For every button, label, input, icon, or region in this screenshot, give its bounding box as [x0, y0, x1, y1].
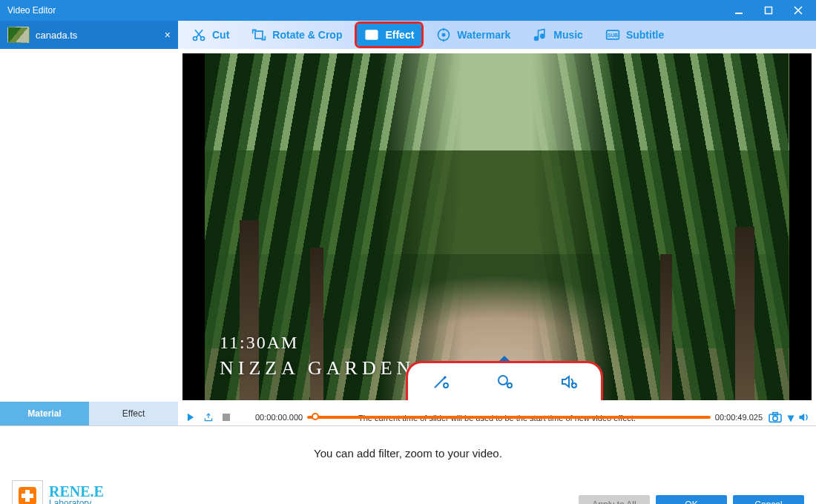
close-button[interactable]: [783, 0, 813, 21]
svg-rect-37: [223, 414, 230, 421]
export-frame-button[interactable]: [202, 411, 215, 424]
video-preview[interactable]: 11:30AM NIZZA GARDEN: [182, 53, 812, 400]
tool-subtitle[interactable]: SUB Subtitle: [598, 24, 671, 46]
file-thumbnail: [7, 27, 30, 43]
brand-logo-icon: [12, 480, 43, 504]
tab-row: canada.ts × Cut Rotate & Crop: [0, 21, 816, 49]
svg-rect-44: [22, 494, 33, 498]
snapshot-button[interactable]: [767, 411, 783, 424]
footer-hint: You can add filter, zoom to your video.: [0, 447, 816, 460]
sidebar-tab-material[interactable]: Material: [0, 402, 89, 425]
svg-marker-35: [188, 414, 194, 422]
sidebar-tabs: Material Effect: [0, 402, 178, 425]
ok-button[interactable]: OK: [656, 495, 727, 504]
main-toolbar: Cut Rotate & Crop Effect Watermark: [178, 21, 816, 49]
ok-label: OK: [685, 500, 697, 504]
sidebar-tab-effect-label: Effect: [122, 408, 145, 419]
svg-line-6: [197, 30, 203, 37]
svg-point-19: [541, 35, 544, 39]
svg-point-12: [369, 33, 370, 35]
apply-to-all-label: Apply to All: [592, 500, 636, 504]
svg-rect-40: [773, 413, 777, 415]
file-tab[interactable]: canada.ts ×: [0, 21, 178, 49]
add-zoom-button[interactable]: [494, 371, 515, 392]
svg-marker-41: [800, 414, 805, 422]
tool-watermark[interactable]: Watermark: [429, 24, 518, 46]
svg-point-15: [442, 33, 446, 37]
tool-rotate-crop-label: Rotate & Crop: [272, 29, 342, 41]
minimize-button[interactable]: [724, 0, 754, 21]
svg-point-39: [773, 416, 777, 420]
volume-button[interactable]: [798, 411, 812, 424]
tool-rotate-crop[interactable]: Rotate & Crop: [244, 24, 349, 46]
sidebar-tab-effect[interactable]: Effect: [89, 402, 178, 425]
svg-marker-31: [562, 377, 569, 387]
video-overlay-time: 11:30AM: [220, 333, 298, 353]
video-overlay-caption: NIZZA GARDEN: [220, 357, 415, 379]
video-frame: 11:30AM NIZZA GARDEN: [205, 53, 789, 400]
scene-trunk: [735, 227, 754, 400]
play-button[interactable]: [184, 411, 197, 424]
preview-column: 11:30AM NIZZA GARDEN: [178, 49, 816, 425]
svg-point-13: [372, 36, 374, 37]
timeline-start-time: 00:00:00.000: [255, 413, 303, 422]
timeline-track[interactable]: [307, 416, 711, 419]
sidebar-blank: [0, 49, 178, 402]
svg-line-22: [435, 379, 444, 388]
svg-rect-8: [255, 31, 263, 39]
scene-trunk: [660, 254, 672, 400]
footer-buttons: Apply to All OK Cancel: [579, 495, 804, 504]
timeline-row: The current time of slider will be used …: [178, 400, 816, 425]
tool-cut-label: Cut: [212, 29, 229, 41]
svg-line-7: [195, 30, 201, 37]
tool-subtitle-label: Subtitle: [626, 29, 664, 41]
tool-music[interactable]: Music: [525, 24, 590, 46]
tool-music-label: Music: [553, 29, 583, 41]
svg-rect-9: [366, 30, 378, 39]
stop-button[interactable]: [220, 411, 233, 424]
main-area: Material Effect 11:30AM NIZZA GARDEN: [0, 49, 816, 425]
tool-cut[interactable]: Cut: [184, 24, 237, 46]
sidebar-tab-material-label: Material: [27, 408, 61, 419]
tool-effect[interactable]: Effect: [357, 24, 421, 46]
timeline-end-time: 00:00:49.025: [715, 413, 763, 422]
snapshot-chevron-icon[interactable]: ▾: [788, 411, 794, 425]
cancel-label: Cancel: [754, 500, 782, 504]
add-filter-button[interactable]: [430, 371, 451, 392]
brand-line1: RENE.E: [49, 484, 104, 499]
maximize-button[interactable]: [754, 0, 783, 21]
titlebar: Video Editor: [0, 0, 816, 21]
svg-rect-1: [766, 7, 772, 14]
add-volume-button[interactable]: [559, 371, 579, 392]
file-tab-close-icon[interactable]: ×: [165, 29, 171, 41]
footer: You can add filter, zoom to your video. …: [0, 425, 816, 504]
brand: RENE.E Laboratory: [12, 480, 104, 504]
svg-point-18: [535, 37, 539, 41]
effect-actions-bar: [408, 363, 601, 400]
tool-watermark-label: Watermark: [457, 29, 510, 41]
svg-text:SUB: SUB: [608, 33, 618, 38]
timeline-knob[interactable]: [312, 413, 319, 420]
file-name: canada.ts: [36, 30, 159, 41]
brand-text: RENE.E Laboratory: [49, 484, 104, 504]
sidebar: Material Effect: [0, 49, 178, 425]
cancel-button[interactable]: Cancel: [733, 495, 804, 504]
app-title: Video Editor: [7, 5, 724, 16]
brand-line2: Laboratory: [49, 499, 104, 504]
svg-point-26: [499, 376, 507, 385]
apply-to-all-button[interactable]: Apply to All: [579, 495, 650, 504]
tool-effect-label: Effect: [385, 29, 414, 41]
